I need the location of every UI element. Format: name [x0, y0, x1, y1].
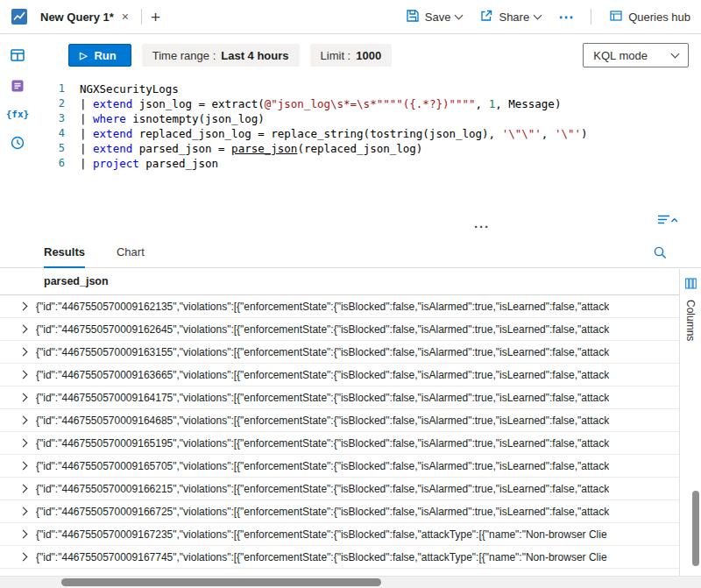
editor-lines: 1NGXSecurityLogs2| extend json_log = ext… [35, 81, 675, 171]
kql-mode-label: KQL mode [593, 49, 648, 62]
table-row[interactable]: {"id":"4467550570009166725","violations"… [0, 500, 679, 523]
limit-value: 1000 [356, 49, 381, 62]
run-button[interactable]: ▷ Run [68, 44, 131, 67]
expand-chevron-icon[interactable] [19, 530, 28, 539]
row-json-text: {"id":"4467550570009164685","violations"… [36, 414, 609, 427]
table-row[interactable]: {"id":"4467550570009167745","violations"… [0, 546, 679, 569]
expand-chevron-icon[interactable] [19, 348, 28, 357]
share-button[interactable]: Share [479, 9, 541, 25]
row-json-text: {"id":"4467550570009163155","violations"… [36, 346, 609, 358]
top-bar: New Query 1* × + Save Share ⋯ [0, 0, 701, 34]
query-tab-label: New Query 1* [40, 11, 114, 24]
expand-chevron-icon[interactable] [19, 439, 28, 448]
column-header-parsed-json[interactable]: parsed_json [0, 268, 679, 295]
line-number: 4 [35, 126, 65, 141]
line-number: 1 [35, 81, 65, 96]
table-row[interactable]: {"id":"4467550570009162645","violations"… [0, 318, 679, 341]
app-logo-icon [11, 8, 28, 25]
share-label: Share [499, 11, 529, 24]
table-row[interactable]: {"id":"4467550570009163665","violations"… [0, 364, 679, 386]
query-toolbar: ▷ Run Time range : Last 4 hours Limit : … [35, 35, 701, 75]
kql-mode-dropdown[interactable]: KQL mode [583, 43, 689, 67]
code-line: 2| extend json_log = extract(@"json_log\… [35, 96, 675, 111]
table-row[interactable]: {"id":"4467550570009167235","violations"… [0, 523, 679, 546]
results-panel: Results Chart parsed_json {"id":"4467550… [0, 237, 701, 588]
query-editor[interactable]: 1NGXSecurityLogs2| extend json_log = ext… [35, 81, 675, 213]
tab-results[interactable]: Results [44, 237, 85, 267]
row-json-text: {"id":"4467550570009163665","violations"… [36, 369, 609, 381]
expand-chevron-icon[interactable] [19, 485, 28, 493]
line-number: 2 [35, 96, 65, 111]
row-json-text: {"id":"4467550570009167235","violations"… [36, 528, 607, 541]
line-number: 5 [35, 141, 65, 156]
chevron-down-icon [671, 49, 680, 58]
limit-label: Limit : [321, 49, 351, 62]
time-range-label: Time range : [152, 49, 216, 62]
expand-chevron-icon[interactable] [19, 302, 28, 311]
save-button[interactable]: Save [406, 9, 463, 25]
code-line: 6| project parsed_json [35, 156, 675, 171]
table-row[interactable]: {"id":"4467550570009164685","violations"… [0, 409, 679, 432]
table-row[interactable]: {"id":"4467550570009166215","violations"… [0, 478, 679, 500]
functions-icon[interactable]: {fx} [6, 109, 30, 120]
limit-picker[interactable]: Limit : 1000 [310, 44, 393, 67]
expand-chevron-icon[interactable] [19, 371, 28, 379]
code-line: 5| extend parsed_json = parse_json(repla… [35, 141, 675, 156]
divider [591, 9, 591, 25]
time-range-value: Last 4 hours [221, 49, 288, 62]
example-queries-icon[interactable] [10, 78, 25, 94]
expand-chevron-icon[interactable] [19, 462, 28, 471]
table-row[interactable]: {"id":"4467550570009165705","violations"… [0, 455, 679, 478]
code-line: 4| extend replaced_json_log = replace_st… [35, 126, 675, 141]
row-json-text: {"id":"4467550570009166725","violations"… [36, 506, 609, 518]
run-label: Run [94, 49, 116, 62]
collapse-editor-icon[interactable] [657, 213, 678, 227]
top-bar-actions: Save Share ⋯ Queries hub [406, 9, 690, 25]
expand-chevron-icon[interactable] [19, 416, 28, 425]
close-icon[interactable]: × [122, 11, 129, 23]
row-json-text: {"id":"4467550570009162645","violations"… [36, 323, 609, 336]
line-number: 3 [35, 111, 65, 126]
chevron-down-icon[interactable] [455, 11, 464, 19]
row-json-text: {"id":"4467550570009162135","violations"… [36, 301, 609, 313]
columns-panel-label[interactable]: Columns [684, 300, 697, 341]
log-analytics-window: New Query 1* × + Save Share ⋯ [0, 0, 701, 588]
row-json-text: {"id":"4467550570009167745","violations"… [36, 551, 607, 563]
columns-icon[interactable] [685, 277, 697, 293]
tables-icon[interactable] [10, 47, 25, 63]
splitter-handle[interactable]: ··· [474, 220, 490, 233]
search-icon[interactable] [653, 245, 668, 260]
table-row[interactable]: {"id":"4467550570009162135","violations"… [0, 295, 679, 318]
divider [141, 9, 142, 25]
table-row[interactable]: {"id":"4467550570009163155","violations"… [0, 341, 679, 364]
row-json-text: {"id":"4467550570009164175","violations"… [36, 392, 609, 404]
line-number: 6 [35, 156, 65, 171]
horizontal-scrollbar[interactable] [0, 576, 701, 588]
results-rows: {"id":"4467550570009162135","violations"… [0, 295, 679, 576]
save-icon [406, 9, 420, 25]
expand-chevron-icon[interactable] [19, 507, 28, 516]
row-json-text: {"id":"4467550570009165705","violations"… [36, 460, 609, 472]
query-tab[interactable]: New Query 1* × [37, 9, 132, 25]
queries-hub-button[interactable]: Queries hub [609, 9, 690, 25]
horizontal-scrollbar-thumb[interactable] [61, 578, 381, 586]
save-label: Save [425, 11, 451, 24]
row-json-text: {"id":"4467550570009165195","violations"… [36, 437, 609, 450]
new-tab-button[interactable]: + [151, 9, 160, 25]
expand-chevron-icon[interactable] [19, 325, 28, 334]
code-line: 3| where isnotempty(json_log) [35, 111, 675, 126]
code-line: 1NGXSecurityLogs [35, 81, 675, 96]
table-row[interactable]: {"id":"4467550570009165195","violations"… [0, 432, 679, 455]
more-commands-button[interactable]: ⋯ [558, 10, 573, 25]
row-json-text: {"id":"4467550570009166215","violations"… [36, 483, 609, 495]
expand-chevron-icon[interactable] [19, 553, 28, 562]
chevron-down-icon[interactable] [534, 11, 542, 19]
share-icon [479, 9, 493, 25]
tab-chart[interactable]: Chart [117, 237, 145, 267]
time-range-picker[interactable]: Time range : Last 4 hours [142, 44, 300, 67]
expand-chevron-icon[interactable] [19, 393, 28, 402]
queries-hub-icon [609, 9, 623, 25]
vertical-scrollbar[interactable] [692, 491, 699, 566]
table-row[interactable]: {"id":"4467550570009164175","violations"… [0, 386, 679, 409]
query-history-icon[interactable] [10, 135, 25, 151]
